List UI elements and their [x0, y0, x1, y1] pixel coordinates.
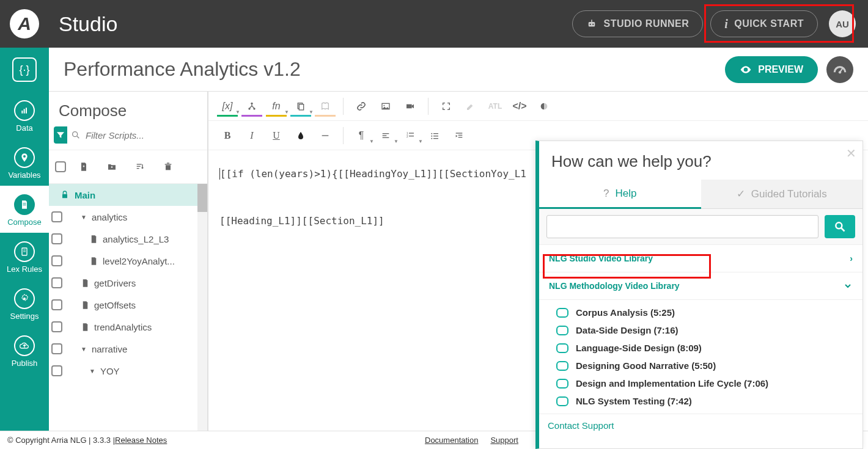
script-getdrivers[interactable]: getDrivers [49, 272, 207, 294]
svg-point-48 [431, 137, 432, 139]
contact-support-link[interactable]: Contact Support [539, 414, 862, 437]
edit-button[interactable] [460, 96, 481, 117]
bold-button[interactable]: B [217, 125, 238, 146]
tree-collapse-icon[interactable]: ▼ [81, 214, 87, 221]
help-section-methodology[interactable]: NLG Methodology Video Library [539, 272, 862, 300]
svg-rect-44 [409, 133, 414, 133]
link-button[interactable] [351, 96, 372, 117]
help-item-corpus[interactable]: Corpus Analysis (5:25) [539, 304, 862, 321]
nav-lex-rules[interactable]: Lex Rules [0, 233, 49, 280]
cloud-upload-icon [14, 335, 35, 356]
nav-lex-rules-label: Lex Rules [0, 265, 49, 274]
help-item-lifecycle[interactable]: Design and Implementation Life Cycle (7:… [539, 374, 862, 392]
close-icon[interactable]: ✕ [846, 146, 856, 161]
help-item-langside[interactable]: Language-Side Design (8:09) [539, 339, 862, 357]
underline-button[interactable]: U [266, 125, 287, 146]
svg-rect-22 [137, 164, 142, 164]
fullscreen-button[interactable] [436, 96, 457, 117]
checkbox[interactable] [51, 277, 62, 288]
video-button[interactable] [400, 96, 421, 117]
filter-funnel-icon[interactable] [54, 126, 67, 144]
insert-lex-button[interactable] [315, 96, 336, 117]
script-yoy[interactable]: ▼ YOY [49, 360, 207, 382]
atl-button[interactable]: ATL [485, 96, 506, 117]
checkbox[interactable] [51, 233, 62, 244]
checkbox[interactable] [51, 299, 62, 310]
script-label: trendAnalytics [94, 322, 152, 332]
unordered-list-button[interactable] [424, 125, 445, 146]
svg-rect-0 [589, 22, 595, 27]
chat-icon [556, 396, 568, 406]
hr-button[interactable] [315, 125, 336, 146]
gauge-button[interactable] [826, 56, 853, 83]
tab-help[interactable]: ? Help [539, 180, 701, 209]
preview-button[interactable]: PREVIEW [725, 56, 818, 83]
script-trendanalytics[interactable]: trendAnalytics [49, 316, 207, 338]
script-analytics[interactable]: ▼ analytics [49, 206, 207, 228]
documentation-link[interactable]: Documentation [425, 436, 478, 445]
ink-button[interactable] [290, 125, 311, 146]
tree-collapse-icon[interactable]: ▼ [89, 368, 95, 374]
help-search-button[interactable] [825, 215, 855, 238]
script-main-label: Main [75, 190, 95, 200]
nav-variables[interactable]: Variables [0, 139, 49, 186]
help-item-testing[interactable]: NLG System Testing (7:42) [539, 392, 862, 410]
nav-settings[interactable]: Settings [0, 280, 49, 327]
script-analytics-l2-l3[interactable]: analytics_L2_L3 [49, 228, 207, 250]
file-icon [89, 257, 98, 266]
new-file-icon[interactable] [73, 156, 94, 177]
theme-toggle-button[interactable] [534, 96, 554, 117]
search-icon[interactable] [71, 130, 82, 140]
nav-data[interactable]: Data [0, 92, 49, 139]
nav-publish[interactable]: Publish [0, 327, 49, 374]
align-button[interactable]: ▼ [375, 125, 396, 146]
script-level2yoy[interactable]: level2YoyAnalyt... [49, 250, 207, 272]
select-all-checkbox[interactable] [55, 161, 66, 172]
help-item-narrative[interactable]: Designing Good Narrative (5:50) [539, 357, 862, 374]
studio-runner-button[interactable]: STUDIO RUNNER [572, 10, 703, 37]
support-link[interactable]: Support [490, 436, 518, 445]
quick-start-button[interactable]: i QUICK START [710, 10, 818, 37]
logo[interactable]: A [0, 0, 49, 48]
filter-scripts-input[interactable] [86, 130, 202, 141]
italic-button[interactable]: I [241, 125, 262, 146]
tab-guided-tutorials[interactable]: ✓ Guided Tutorials [701, 180, 863, 209]
help-section-video-library[interactable]: NLG Studio Video Library › [539, 245, 862, 272]
top-header: A Studio STUDIO RUNNER i QUICK START AU [0, 0, 868, 48]
nav-compose[interactable]: Compose [0, 186, 49, 233]
insert-condition-button[interactable] [241, 96, 262, 117]
checkbox[interactable] [51, 343, 62, 354]
code-view-button[interactable]: </> [509, 96, 530, 117]
script-narrative[interactable]: ▼ narrative [49, 338, 207, 360]
tree-collapse-icon[interactable]: ▼ [81, 346, 87, 352]
svg-rect-53 [458, 134, 463, 135]
checkbox[interactable] [51, 211, 62, 222]
avatar[interactable]: AU [829, 10, 856, 37]
chat-icon [556, 326, 568, 335]
script-getoffsets[interactable]: getOffsets [49, 294, 207, 316]
checkbox[interactable] [51, 365, 62, 376]
nav-project[interactable]: {·} [12, 48, 37, 92]
checkbox[interactable] [51, 321, 62, 332]
svg-rect-51 [433, 138, 438, 139]
insert-function-button[interactable]: fn▼ [266, 96, 287, 117]
help-item-dataside[interactable]: Data-Side Design (7:16) [539, 321, 862, 339]
help-search-input[interactable] [546, 215, 818, 238]
insert-variable-button[interactable]: [x]▼ [217, 96, 238, 117]
trash-icon[interactable] [158, 156, 178, 177]
gauge-icon [832, 62, 848, 78]
insert-subscript-button[interactable]: ▼ [290, 96, 311, 117]
release-notes-link[interactable]: Release Notes [115, 436, 167, 445]
svg-rect-7 [23, 203, 26, 203]
paragraph-button[interactable]: ¶▼ [351, 125, 372, 146]
checkbox[interactable] [51, 255, 62, 266]
ordered-list-button[interactable]: 12▼ [400, 125, 421, 146]
help-search-row [539, 209, 862, 245]
scripts-scrollbar[interactable] [197, 184, 207, 431]
svg-rect-3 [592, 20, 593, 22]
new-folder-icon[interactable] [101, 156, 122, 177]
script-main[interactable]: Main [49, 184, 207, 206]
sort-icon[interactable] [130, 156, 150, 177]
image-button[interactable] [375, 96, 396, 117]
indent-button[interactable] [449, 125, 469, 146]
